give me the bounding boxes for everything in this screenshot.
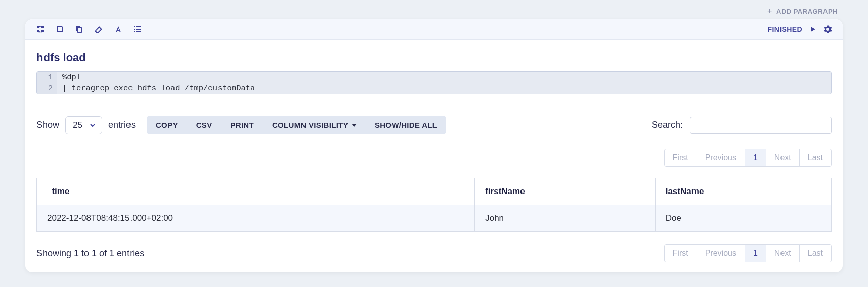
show-label: Show [36,120,59,130]
showing-entries-text: Showing 1 to 1 of 1 entries [36,248,144,259]
column-visibility-button[interactable]: COLUMN VISIBILITY [263,116,366,134]
entries-label: entries [108,120,136,130]
status-badge: FINISHED [767,25,802,33]
code-line-content: %dpl [57,72,86,83]
code-editor[interactable]: 1 %dpl 2 | teragrep exec hdfs load /tmp/… [36,71,832,94]
table-row: 2022-12-08T08:48:15.000+02:00 John Doe [37,205,832,232]
copy-icon[interactable] [75,25,83,33]
pagination-bottom: First Previous 1 Next Last [664,244,832,262]
line-number: 1 [37,72,57,83]
chevron-down-icon [90,122,96,128]
table-header-row: _time firstName lastName [37,178,832,205]
svg-rect-8 [134,29,135,30]
print-button[interactable]: PRINT [221,116,263,134]
caret-down-icon [352,124,357,127]
page-1-button[interactable]: 1 [745,149,766,167]
next-button[interactable]: Next [766,149,800,167]
search-input[interactable] [690,117,832,134]
cell-firstname: John [475,205,656,232]
plus-icon: + [767,7,772,16]
line-number: 2 [37,83,57,94]
page-size-value: 25 [73,120,82,130]
book-icon[interactable] [56,25,64,33]
svg-rect-11 [136,31,141,32]
first-button[interactable]: First [664,244,697,262]
col-firstname-header[interactable]: firstName [475,178,656,205]
list-icon[interactable] [134,25,142,33]
cell-lastname: Doe [655,205,831,232]
column-visibility-label: COLUMN VISIBILITY [272,121,349,129]
svg-rect-10 [134,31,135,32]
add-paragraph-button[interactable]: + ADD PARAGRAPH [767,7,838,16]
previous-button[interactable]: Previous [697,244,745,262]
svg-rect-7 [136,26,141,27]
svg-rect-3 [41,30,44,32]
card-header: FINISHED [25,19,843,40]
gear-icon[interactable] [823,25,832,33]
pagination-top: First Previous 1 Next Last [664,149,832,167]
last-button[interactable]: Last [799,149,832,167]
next-button[interactable]: Next [766,244,800,262]
svg-rect-0 [37,26,39,28]
eraser-icon[interactable] [94,25,103,33]
search-label: Search: [652,120,683,130]
svg-rect-9 [136,29,141,30]
csv-button[interactable]: CSV [187,116,222,134]
show-hide-all-button[interactable]: SHOW/HIDE ALL [366,116,446,134]
previous-button[interactable]: Previous [697,149,745,167]
page-1-button[interactable]: 1 [745,244,766,262]
add-paragraph-label: ADD PARAGRAPH [776,8,838,15]
code-line-content: | teragrep exec hdfs load /tmp/customDat… [57,83,260,94]
svg-rect-5 [77,28,82,32]
play-icon[interactable] [809,26,816,33]
col-time-header[interactable]: _time [37,178,475,205]
cell-time: 2022-12-08T08:48:15.000+02:00 [37,205,475,232]
paragraph-card: FINISHED hdfs load 1 %dpl 2 | teragrep e… [25,19,843,272]
svg-rect-2 [37,30,39,32]
col-lastname-header[interactable]: lastName [655,178,831,205]
font-icon[interactable] [114,25,122,33]
results-table: _time firstName lastName 2022-12-08T08:4… [36,178,832,232]
first-button[interactable]: First [664,149,697,167]
collapse-icon[interactable] [36,25,45,33]
svg-rect-6 [134,26,135,27]
paragraph-title: hdfs load [36,51,832,64]
page-size-select[interactable]: 25 [65,116,102,134]
last-button[interactable]: Last [799,244,832,262]
copy-button[interactable]: COPY [147,116,187,134]
svg-rect-1 [41,26,44,28]
